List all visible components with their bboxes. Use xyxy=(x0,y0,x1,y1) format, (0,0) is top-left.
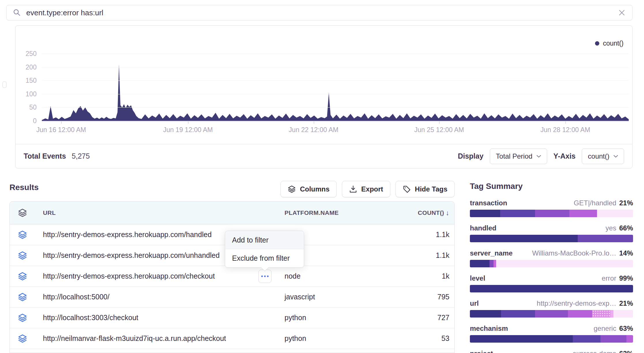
column-header-platform[interactable]: PLATFORM.NAME xyxy=(285,209,380,216)
tag-percent: 14% xyxy=(619,249,633,257)
url-cell[interactable]: http://sentry-demos-express.herokuapp.co… xyxy=(43,272,285,280)
table-row-partial xyxy=(10,349,454,353)
stack-icon xyxy=(10,208,43,217)
export-button[interactable]: Export xyxy=(342,181,390,197)
gridline xyxy=(42,107,629,108)
tag-top-value: GET|/handled21% xyxy=(574,199,633,207)
url-cell[interactable]: http://neilmanvar-flask-m3uuizd7iq-uc.a.… xyxy=(43,334,285,343)
legend-dot-icon xyxy=(595,41,599,46)
search-bar[interactable] xyxy=(6,5,632,20)
search-icon xyxy=(13,9,21,17)
tag-bar-segment xyxy=(494,260,496,267)
column-header-count[interactable]: COUNT() ↓ xyxy=(380,209,454,217)
events-area-chart[interactable]: 250200150100500Jun 16 12:00 AMJun 19 12:… xyxy=(42,54,629,121)
platform-cell: python xyxy=(285,334,380,343)
table-row[interactable]: http://neilmanvar-flask-m3uuizd7iq-uc.a.… xyxy=(10,328,454,349)
platform-cell: javascript xyxy=(285,293,380,301)
x-axis-tick-label: Jun 16 12:00 AM xyxy=(36,126,86,134)
stack-icon xyxy=(10,230,43,239)
count-header-label: COUNT() xyxy=(418,209,444,216)
yaxis-dropdown[interactable]: count() xyxy=(582,149,624,164)
tag-distribution-bar[interactable] xyxy=(470,235,633,242)
x-axis-tick xyxy=(565,121,566,124)
count-cell: 1.1k xyxy=(380,251,454,260)
tag-distribution-bar[interactable] xyxy=(470,310,633,318)
tag-value: Williams-MacBook-Pro.lo… xyxy=(532,249,616,257)
context-menu-item[interactable]: Add to filter xyxy=(225,231,304,249)
results-table: URL PLATFORM.NAME COUNT() ↓ http://sentr… xyxy=(10,201,455,353)
tag-bar-segment xyxy=(573,335,600,343)
results-toolbar: Columns Export Hide Tags xyxy=(10,181,455,197)
tag-value: error xyxy=(602,274,616,282)
tag-distribution-bar[interactable] xyxy=(470,260,633,267)
tag-summary-item: urlhttp://sentry-demos-exp…21% xyxy=(470,299,633,318)
tag-percent: 63% xyxy=(619,324,633,333)
export-button-label: Export xyxy=(361,185,383,193)
tag-summary-panel: Tag Summary transactionGET|/handled21%ha… xyxy=(470,182,633,353)
tag-top-value: Williams-MacBook-Pro.lo…14% xyxy=(532,249,633,257)
tag-summary-item: handledyes66% xyxy=(470,224,633,242)
tag-bar-segment xyxy=(470,310,501,318)
table-row[interactable]: http://localhost:5000/javascript795 xyxy=(10,287,454,307)
total-events-value: 5,275 xyxy=(72,152,90,160)
stack-icon xyxy=(10,272,43,281)
x-axis-tick-label: Jun 25 12:00 AM xyxy=(414,126,464,134)
x-axis-tick-label: Jun 28 12:00 AM xyxy=(541,126,590,134)
tag-summary-title: Tag Summary xyxy=(470,182,633,191)
hide-tags-button[interactable]: Hide Tags xyxy=(396,181,455,197)
url-cell[interactable]: http://localhost:5000/ xyxy=(43,293,285,301)
table-row[interactable]: http://sentry-demos-express.herokuapp.co… xyxy=(10,266,454,287)
platform-cell: node xyxy=(285,272,380,280)
display-dropdown[interactable]: Total Period xyxy=(490,149,547,164)
tag-top-value: yes66% xyxy=(606,224,633,232)
display-label: Display xyxy=(458,152,483,160)
total-events-label: Total Events xyxy=(24,152,66,160)
cell-context-menu: Add to filterExclude from filter xyxy=(225,231,304,268)
layers-icon xyxy=(288,185,296,193)
count-cell: 1.1k xyxy=(380,230,454,239)
y-axis-tick-label: 100 xyxy=(19,90,37,98)
tag-value: GET|/handled xyxy=(574,199,616,207)
tag-distribution-bar[interactable] xyxy=(470,285,633,292)
tag-bar-segment xyxy=(568,310,592,318)
table-row[interactable]: http://localhost:3003/checkoutpython727 xyxy=(10,307,454,328)
gridline xyxy=(42,94,629,94)
tag-percent: 63% xyxy=(619,350,633,353)
tag-distribution-bar[interactable] xyxy=(470,335,633,343)
tag-label-row: projectexpress-demo63% xyxy=(470,350,633,353)
tag-label-row: urlhttp://sentry-demos-exp…21% xyxy=(470,299,633,307)
tag-name: handled xyxy=(470,224,496,232)
yaxis-dropdown-value: count() xyxy=(588,152,609,160)
count-cell: 727 xyxy=(380,313,454,322)
stack-icon xyxy=(10,292,43,302)
tag-name: project xyxy=(470,350,493,353)
events-chart-panel: count() 250200150100500Jun 16 12:00 AMJu… xyxy=(15,25,632,168)
tag-percent: 21% xyxy=(619,299,633,307)
x-axis-tick xyxy=(188,121,189,124)
gridline xyxy=(42,67,629,67)
chart-footer: Total Events 5,275 Display Total Period … xyxy=(16,144,632,168)
url-cell[interactable]: http://localhost:3003/checkout xyxy=(43,313,285,322)
tag-bar-segment xyxy=(600,335,627,343)
hide-tags-button-label: Hide Tags xyxy=(415,185,447,193)
search-input[interactable] xyxy=(26,8,618,18)
platform-cell: python xyxy=(285,313,380,322)
tag-top-value: generic63% xyxy=(594,324,633,333)
tag-bar-segment xyxy=(470,235,578,242)
clear-search-icon[interactable] xyxy=(618,9,626,17)
tag-value: http://sentry-demos-exp… xyxy=(537,299,616,307)
tag-bar-segment xyxy=(496,260,633,267)
chevron-down-icon xyxy=(536,155,541,158)
tag-bar-segment xyxy=(592,310,610,318)
y-axis-tick-label: 0 xyxy=(19,117,37,125)
tag-bar-segment xyxy=(569,210,597,217)
row-actions-button[interactable] xyxy=(258,270,272,283)
stack-icon xyxy=(10,313,43,322)
columns-button[interactable]: Columns xyxy=(280,181,337,197)
tag-top-value: error99% xyxy=(602,274,633,282)
tag-bar-segment xyxy=(597,210,633,217)
tag-distribution-bar[interactable] xyxy=(470,210,633,217)
tag-value: yes xyxy=(606,224,616,232)
column-header-url[interactable]: URL xyxy=(43,209,285,216)
columns-button-label: Columns xyxy=(300,185,329,193)
